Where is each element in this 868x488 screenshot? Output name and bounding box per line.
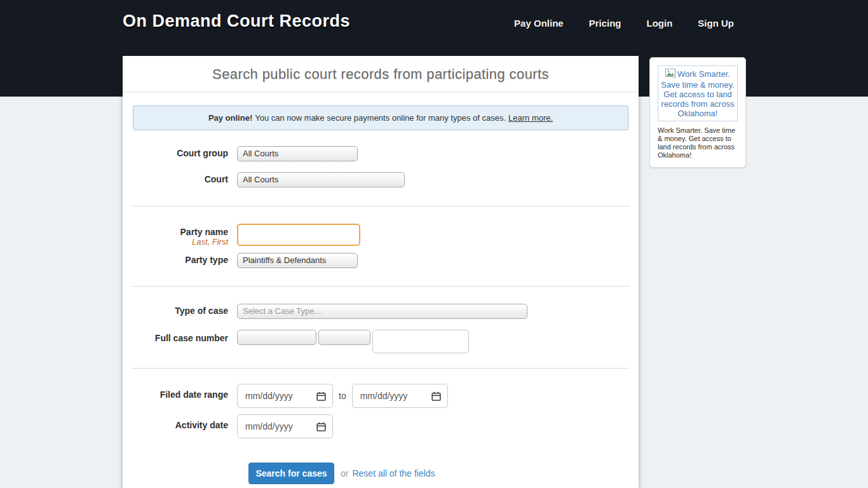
ad-caption: Work Smarter. Save time & money. Get acc… <box>658 126 738 159</box>
section-divider <box>132 286 630 287</box>
date-placeholder: mm/dd/yyyy <box>245 421 293 431</box>
nav-pay-online[interactable]: Pay Online <box>514 18 564 29</box>
court-group-select[interactable]: All Courts <box>237 146 358 161</box>
party-name-label: Party name Last, First <box>123 224 237 247</box>
court-group-label: Court group <box>123 146 237 158</box>
party-type-row: Party type Plaintiffs & Defendants <box>123 253 639 268</box>
nav-sign-up[interactable]: Sign Up <box>698 18 734 29</box>
top-nav: Pay Online Pricing Login Sign Up <box>514 18 734 29</box>
case-number-prefix-select[interactable] <box>237 330 316 345</box>
calendar-icon[interactable] <box>316 391 326 401</box>
case-number-year-select[interactable] <box>318 330 370 345</box>
activity-date-label: Activity date <box>123 414 237 430</box>
reset-fields-link[interactable]: Reset all of the fields <box>352 468 435 478</box>
learn-more-link[interactable]: Learn more. <box>508 113 553 123</box>
banner-text: You can now make secure payments online … <box>255 113 506 123</box>
section-divider <box>132 368 630 369</box>
date-range-separator: to <box>339 384 346 408</box>
sidebar-ad-card: Work Smarter. Save time & money. Get acc… <box>649 57 746 168</box>
case-number-input[interactable] <box>372 330 469 353</box>
calendar-icon[interactable] <box>431 391 441 401</box>
calendar-icon[interactable] <box>316 422 326 431</box>
pay-online-banner: Pay online! You can now make secure paym… <box>133 105 628 130</box>
court-select[interactable]: All Courts <box>237 172 405 187</box>
broken-image-icon <box>665 69 677 80</box>
section-divider <box>132 206 630 207</box>
party-name-format-hint: Last, First <box>123 237 228 247</box>
party-type-select[interactable]: Plaintiffs & Defendants <box>237 253 358 268</box>
form-actions-row: Search for cases or Reset all of the fie… <box>248 463 639 484</box>
party-type-label: Party type <box>123 253 237 265</box>
party-name-row: Party name Last, First <box>123 224 639 247</box>
filed-date-end-input[interactable]: mm/dd/yyyy <box>352 384 448 408</box>
activity-date-row: Activity date mm/dd/yyyy <box>123 414 639 438</box>
search-for-cases-button[interactable]: Search for cases <box>248 463 334 484</box>
filed-date-row: Filed date range mm/dd/yyyy to mm/dd/yyy… <box>123 384 639 408</box>
party-name-input[interactable] <box>237 224 360 246</box>
court-label: Court <box>123 172 237 184</box>
search-panel: Search public court records from partici… <box>123 56 639 488</box>
filed-date-label: Filed date range <box>123 384 237 400</box>
case-type-row: Type of case Select a Case Type... <box>123 304 639 319</box>
court-row: Court All Courts <box>123 172 639 187</box>
banner-bold-text: Pay online! <box>208 113 252 123</box>
case-number-label: Full case number <box>123 330 237 343</box>
activity-date-input[interactable]: mm/dd/yyyy <box>237 414 333 438</box>
case-type-label: Type of case <box>123 304 237 316</box>
page-title: Search public court records from partici… <box>123 56 639 92</box>
nav-pricing[interactable]: Pricing <box>589 18 621 29</box>
date-placeholder: mm/dd/yyyy <box>245 391 293 401</box>
filed-date-start-input[interactable]: mm/dd/yyyy <box>237 384 333 408</box>
or-text: or <box>341 468 348 478</box>
case-type-select[interactable]: Select a Case Type... <box>237 304 527 319</box>
nav-login[interactable]: Login <box>647 18 673 29</box>
case-number-row: Full case number <box>123 330 639 353</box>
site-logo[interactable]: On Demand Court Records <box>123 11 350 31</box>
ad-broken-image-link[interactable]: Work Smarter. Save time & money. Get acc… <box>658 65 738 121</box>
date-placeholder: mm/dd/yyyy <box>360 391 408 401</box>
court-group-row: Court group All Courts <box>123 146 639 161</box>
